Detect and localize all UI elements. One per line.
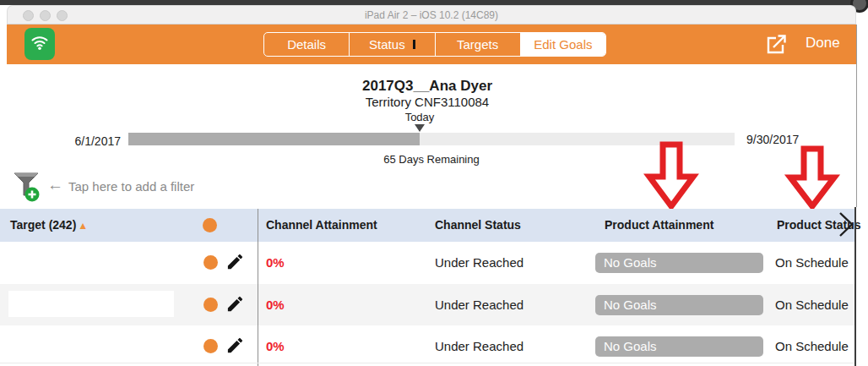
wifi-icon <box>30 33 50 55</box>
sort-ascending-icon: ▲ <box>78 220 88 232</box>
row-status-dot[interactable] <box>203 255 218 270</box>
column-header-channel-attainment[interactable]: Channel Attainment <box>266 209 377 242</box>
tab-details-label: Details <box>287 37 326 52</box>
column-header-target[interactable]: Target (242)▲ <box>10 209 88 242</box>
tab-status-label: Status <box>369 37 405 52</box>
funnel-add-icon <box>13 191 43 205</box>
navbar: Details Status Targets Edit Goals <box>7 25 856 64</box>
right-edge-line <box>854 207 856 366</box>
product-status-value: On Schedule <box>775 284 849 325</box>
channel-status-value: Under Reached <box>435 284 524 325</box>
table-column-divider <box>258 209 258 366</box>
scroll-right-chevron-icon[interactable] <box>838 211 854 241</box>
column-header-product-attainment[interactable]: Product Attainment <box>605 209 713 242</box>
target-count-label: Target (242) <box>10 218 76 232</box>
table-header-row: Target (242)▲ Channel Attainment Channel… <box>0 209 854 242</box>
product-status-value: On Schedule <box>775 325 849 366</box>
timeline-end-date: 9/30/2017 <box>746 133 799 146</box>
channel-status-value: Under Reached <box>435 325 524 366</box>
channel-status-value: Under Reached <box>435 242 524 283</box>
product-attainment-field[interactable]: No Goals <box>595 253 763 273</box>
channel-attainment-value: 0% <box>266 325 285 366</box>
red-down-arrow-icon <box>790 149 834 206</box>
status-badge-mark <box>413 40 415 49</box>
left-arrow-icon: ← <box>47 176 63 194</box>
tab-targets[interactable]: Targets <box>436 33 521 56</box>
add-filter-label[interactable]: Tap here to add a filter <box>68 179 194 194</box>
wifi-button[interactable] <box>24 28 55 60</box>
tab-edit-goals[interactable]: Edit Goals <box>521 33 605 56</box>
row-status-dot[interactable] <box>203 339 218 353</box>
done-button[interactable]: Done <box>806 35 840 52</box>
tab-edit-goals-label: Edit Goals <box>534 37 592 52</box>
tab-details[interactable]: Details <box>264 33 350 56</box>
tab-status[interactable]: Status <box>350 33 435 56</box>
row-separator <box>0 363 854 363</box>
window-title: iPad Air 2 – iOS 10.2 (14C89) <box>8 9 855 21</box>
days-remaining-label: 65 Days Remaining <box>128 153 735 166</box>
channel-attainment-value: 0% <box>266 284 285 325</box>
table-row: 0% Under Reached No Goals On Schedule <box>0 242 854 283</box>
table-row: 0% Under Reached No Goals On Schedule <box>0 284 854 325</box>
today-label: Today <box>377 111 462 123</box>
right-edge-line <box>856 25 857 207</box>
edit-pencil-icon[interactable] <box>225 336 245 358</box>
column-header-channel-status[interactable]: Channel Status <box>435 209 521 242</box>
edit-pencil-icon[interactable] <box>225 294 245 317</box>
app-window: iPad Air 2 – iOS 10.2 (14C89) Details St… <box>0 0 868 366</box>
timeline-bar <box>128 133 735 145</box>
redacted-target-name <box>8 291 174 317</box>
header-status-dot <box>203 218 217 232</box>
timeline-progress-fill <box>128 133 420 145</box>
timeline-start-date: 6/1/2017 <box>42 134 121 148</box>
table-row: 0% Under Reached No Goals On Schedule <box>0 325 854 366</box>
annotation-arrows <box>625 139 861 212</box>
product-attainment-field[interactable]: No Goals <box>595 295 763 315</box>
page-title: 2017Q3__Ana Dyer <box>0 78 854 95</box>
share-export-button[interactable] <box>764 33 788 57</box>
territory-subtitle: Territory CNF3110084 <box>0 95 854 109</box>
tab-targets-label: Targets <box>457 37 498 52</box>
product-status-value: On Schedule <box>775 242 849 283</box>
channel-attainment-value: 0% <box>266 242 285 283</box>
share-export-icon <box>764 45 788 59</box>
add-filter-button[interactable] <box>13 171 43 206</box>
row-status-dot[interactable] <box>203 298 218 312</box>
tab-bar: Details Status Targets Edit Goals <box>263 32 606 57</box>
edit-pencil-icon[interactable] <box>225 252 245 275</box>
product-attainment-field[interactable]: No Goals <box>595 336 763 357</box>
window-titlebar: iPad Air 2 – iOS 10.2 (14C89) <box>7 5 856 25</box>
today-marker-icon <box>415 124 425 132</box>
